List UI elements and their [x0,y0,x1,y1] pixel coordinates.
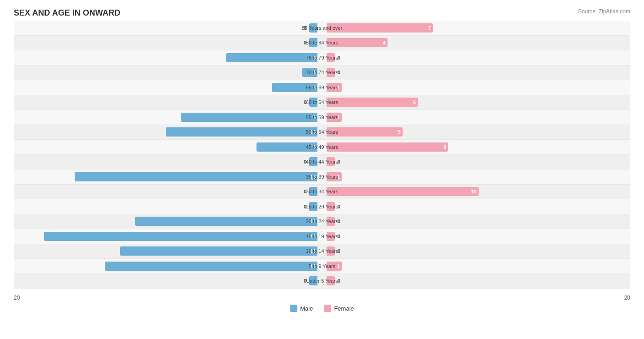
male-value: 4 [311,144,317,150]
legend-female-label: Female [334,305,354,312]
legend-male-label: Male [300,305,313,312]
right-section: 1 [322,80,630,95]
bar-wrapper-right: 0 [324,66,630,80]
bar-row: 1050 to 54 Years5 [14,125,630,140]
female-bar: 7 [327,23,433,33]
bar-wrapper-right: 0 [324,214,630,229]
right-section: 0 [322,155,630,170]
bar-wrapper-right: 1 [324,110,630,125]
bar-row: 365 to 69 Years1 [14,80,630,95]
male-zero-label: 0 [304,40,306,45]
left-section: 6 [14,50,322,65]
bar-wrapper-right: 0 [324,274,630,289]
female-bar-stub [327,157,335,166]
left-section: 0 [14,95,322,110]
bar-wrapper-left: 13 [14,244,320,259]
left-section: 0 [14,185,322,199]
female-bar: 6 [327,98,418,107]
bar-row: 955 to 59 Years1 [14,110,630,125]
right-section: 0 [322,50,630,65]
bar-wrapper-left: 10 [14,125,320,140]
female-bar: 4 [327,38,387,47]
male-bar: 18 [44,232,317,241]
left-section: 0 [14,36,322,50]
female-bar: 1 [327,113,342,122]
male-bar: 1 [302,68,317,77]
right-section: 10 [322,185,630,199]
female-value: 1 [335,85,342,90]
legend-male: Male [290,305,313,312]
bar-wrapper-right: 1 [324,170,630,184]
female-bar-stub [327,53,335,62]
left-section: 10 [14,125,322,140]
left-section: 14 [14,259,322,273]
male-value: 12 [308,219,317,224]
female-bar-stub [327,217,335,226]
left-section: 1 [14,66,322,80]
left-section: 9 [14,110,322,125]
male-bar-stub [309,98,317,107]
axis-labels: 20 20 [14,295,630,301]
female-zero-label: 0 [338,278,340,284]
female-value: 8 [442,144,448,150]
male-value: 16 [308,174,317,180]
bar-wrapper-left: 6 [14,50,320,65]
bar-row: 1815 to 19 Years0 [14,229,630,244]
male-bar: 6 [226,53,317,62]
female-bar: 1 [327,83,342,92]
right-section: 0 [322,274,630,289]
bar-wrapper-right: 0 [324,244,630,259]
chart-area: 085 Years and over7080 to 84 Years4675 t… [14,21,630,314]
male-zero-label: 0 [304,99,306,105]
right-section: 0 [322,214,630,229]
right-section: 0 [322,66,630,80]
female-bar: 8 [327,142,448,152]
bar-row: 1310 to 14 Years0 [14,244,630,259]
male-zero-label: 0 [304,278,306,284]
bar-wrapper-left: 0 [14,21,320,35]
female-value: 10 [469,189,478,194]
male-bar-stub [309,23,317,33]
left-section: 0 [14,21,322,35]
female-zero-label: 0 [338,204,340,209]
left-section: 12 [14,214,322,229]
bar-wrapper-left: 1 [14,66,320,80]
male-value: 9 [311,115,317,120]
bar-row: 675 to 79 Years0 [14,50,630,66]
left-section: 3 [14,80,322,95]
male-bar: 13 [120,246,317,256]
male-value: 18 [308,234,317,239]
bar-row: 1220 to 24 Years0 [14,214,630,230]
bar-wrapper-left: 0 [14,95,320,110]
bar-row: 445 to 49 Years8 [14,140,630,155]
legend-male-box [290,305,297,312]
bar-wrapper-left: 12 [14,214,320,229]
bar-wrapper-right: 7 [324,21,630,35]
female-zero-label: 0 [338,159,340,164]
female-bar-stub [327,232,335,241]
bar-wrapper-right: 4 [324,36,630,50]
male-bar: 10 [166,127,318,137]
female-bar: 5 [327,127,403,137]
bar-wrapper-right: 0 [324,199,630,214]
left-section: 18 [14,229,322,244]
bar-wrapper-right: 5 [324,125,630,140]
male-bar-stub [309,38,317,47]
left-section: 16 [14,170,322,184]
bar-row: 085 Years and over7 [14,21,630,36]
right-section: 1 [322,170,630,184]
female-value: 1 [335,115,342,120]
source-text: Source: ZipAtlas.com [578,8,630,15]
bar-row: 1635 to 39 Years1 [14,170,630,185]
bar-wrapper-right: 1 [324,259,630,273]
right-section: 1 [322,259,630,273]
male-bar: 3 [272,83,317,92]
bar-wrapper-right: 10 [324,185,630,199]
male-bar-stub [309,157,317,166]
male-zero-label: 0 [304,204,306,209]
legend-female-box [324,305,331,312]
right-section: 8 [322,140,630,154]
female-bar-stub [327,202,335,211]
female-value: 7 [426,25,433,31]
bar-row: 030 to 34 Years10 [14,185,630,200]
